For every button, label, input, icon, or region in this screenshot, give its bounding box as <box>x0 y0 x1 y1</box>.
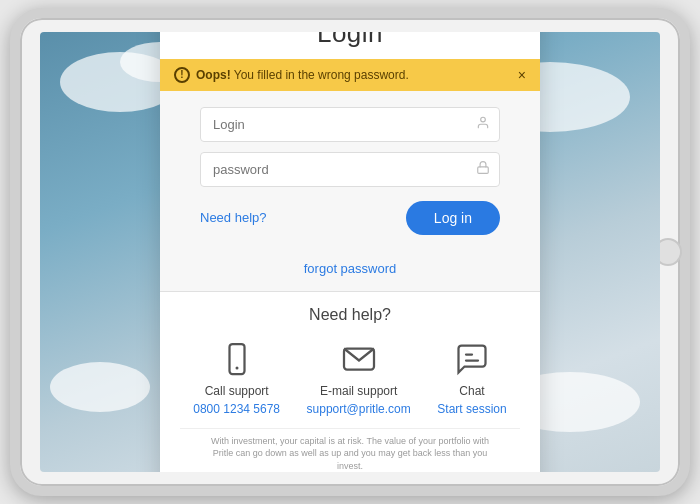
support-items: Call support 0800 1234 5678 E-mail suppo… <box>180 338 520 416</box>
support-title: Need help? <box>180 306 520 324</box>
chat-value[interactable]: Start session <box>437 402 506 416</box>
call-support-value[interactable]: 0800 1234 5678 <box>193 402 280 416</box>
login-button[interactable]: Log in <box>406 201 500 235</box>
svg-point-0 <box>481 117 486 122</box>
warning-close-button[interactable]: × <box>518 67 526 83</box>
warning-content: ! Oops! You filled in the wrong password… <box>174 67 409 83</box>
svg-rect-1 <box>478 167 489 173</box>
form-section: Need help? Log in <box>160 91 540 253</box>
warning-text: Oops! You filled in the wrong password. <box>196 68 409 82</box>
email-icon <box>338 338 380 380</box>
email-support-value[interactable]: support@pritle.com <box>307 402 411 416</box>
forgot-password-link[interactable]: forgot password <box>304 261 397 276</box>
support-section: Need help? Call support 0800 1234 5678 <box>160 292 540 472</box>
email-support-label: E-mail support <box>320 384 397 398</box>
password-input[interactable] <box>200 152 500 187</box>
warning-banner: ! Oops! You filled in the wrong password… <box>160 59 540 91</box>
support-item-email: E-mail support support@pritle.com <box>307 338 411 416</box>
login-input-wrapper <box>200 107 500 142</box>
cloud-decoration <box>50 362 150 412</box>
ipad-screen: Login ! Oops! You filled in the wrong pa… <box>40 32 660 472</box>
password-input-wrapper <box>200 152 500 187</box>
form-actions: Need help? Log in <box>200 201 500 235</box>
chat-label: Chat <box>459 384 484 398</box>
support-item-call: Call support 0800 1234 5678 <box>193 338 280 416</box>
lock-icon <box>476 161 490 178</box>
disclaimer-text: With investment, your capital is at risk… <box>200 435 500 472</box>
warning-icon: ! <box>174 67 190 83</box>
footer-disclaimer: With investment, your capital is at risk… <box>180 428 520 472</box>
user-icon <box>476 116 490 133</box>
phone-icon <box>216 338 258 380</box>
card-title-section: Login <box>160 32 540 59</box>
forgot-section: forgot password <box>160 253 540 291</box>
ipad-frame: Login ! Oops! You filled in the wrong pa… <box>10 8 690 496</box>
page-title: Login <box>190 32 510 49</box>
need-help-link[interactable]: Need help? <box>200 210 267 225</box>
support-item-chat: Chat Start session <box>437 338 506 416</box>
login-card: Login ! Oops! You filled in the wrong pa… <box>160 32 540 472</box>
login-input[interactable] <box>200 107 500 142</box>
call-support-label: Call support <box>205 384 269 398</box>
chat-icon <box>451 338 493 380</box>
